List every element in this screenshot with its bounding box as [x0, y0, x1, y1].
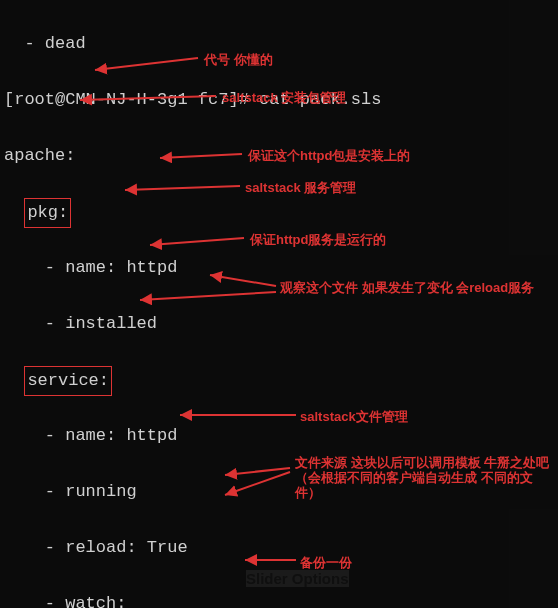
annotation-label: 备份一份 [300, 555, 352, 570]
boxed-keyword-service: service: [24, 366, 112, 396]
code-line: - watch: [4, 590, 554, 608]
annotation-label: 保证这个httpd包是安装上的 [248, 148, 410, 163]
annotation-label: saltstack文件管理 [300, 409, 408, 424]
code-line: pkg: [4, 198, 554, 226]
annotation-label: 文件来源 这块以后可以调用模板 牛掰之处吧（会根据不同的客户端自动生成 不同的文… [295, 455, 550, 500]
code-line: - dead [4, 30, 554, 58]
code-line: - reload: True [4, 534, 554, 562]
annotation-label: 代号 你懂的 [204, 52, 273, 67]
code-line: - name: httpd [4, 254, 554, 282]
boxed-keyword-pkg: pkg: [24, 198, 71, 228]
code-line: service: [4, 366, 554, 394]
annotation-label: 保证httpd服务是运行的 [250, 232, 386, 247]
annotation-label: saltstack 安装包管理 [222, 90, 346, 105]
code-line: - installed [4, 310, 554, 338]
annotation-label: 观察这个文件 如果发生了变化 会reload服务 [280, 280, 540, 295]
code-line: - name: httpd [4, 422, 554, 450]
annotation-label: saltstack 服务管理 [245, 180, 356, 195]
